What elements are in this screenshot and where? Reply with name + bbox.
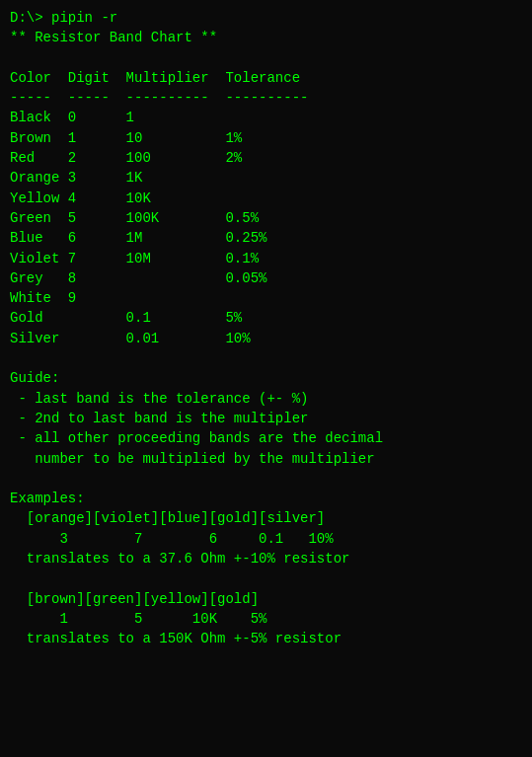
terminal-line: - last band is the tolerance (+- %) bbox=[10, 389, 522, 409]
terminal-output: D:\> pipin -r** Resistor Band Chart ** C… bbox=[10, 8, 522, 649]
terminal-line: Green 5 100K 0.5% bbox=[10, 208, 522, 228]
terminal-line: - 2nd to last band is the multipler bbox=[10, 409, 522, 428]
terminal-line: [brown][green][yellow][gold] bbox=[10, 589, 522, 609]
terminal-line: Black 0 1 bbox=[10, 108, 522, 127]
terminal-line: Yellow 4 10K bbox=[10, 189, 522, 208]
terminal-line: D:\> pipin -r bbox=[10, 8, 522, 28]
terminal-line: Silver 0.01 10% bbox=[10, 329, 522, 348]
terminal-line: White 9 bbox=[10, 288, 522, 308]
terminal-line: 3 7 6 0.1 10% bbox=[10, 529, 522, 549]
terminal-line bbox=[10, 568, 522, 588]
terminal-line: Blue 6 1M 0.25% bbox=[10, 228, 522, 248]
terminal-line: number to be multiplied by the multiplie… bbox=[10, 449, 522, 469]
terminal-line: - all other proceeding bands are the dec… bbox=[10, 428, 522, 448]
terminal-line: Color Digit Multiplier Tolerance bbox=[10, 68, 522, 88]
terminal-line bbox=[10, 48, 522, 68]
terminal-line: translates to a 37.6 Ohm +-10% resistor bbox=[10, 549, 522, 568]
terminal-line: ----- ----- ---------- ---------- bbox=[10, 88, 522, 108]
terminal-line: Gold 0.1 5% bbox=[10, 308, 522, 328]
terminal-line: Grey 8 0.05% bbox=[10, 268, 522, 288]
terminal-line: ** Resistor Band Chart ** bbox=[10, 28, 522, 47]
terminal-line: translates to a 150K Ohm +-5% resistor bbox=[10, 629, 522, 648]
terminal-line: Red 2 100 2% bbox=[10, 148, 522, 168]
terminal-line: Examples: bbox=[10, 489, 522, 508]
terminal-line: Violet 7 10M 0.1% bbox=[10, 249, 522, 268]
terminal-line: Brown 1 10 1% bbox=[10, 128, 522, 148]
terminal-line: Guide: bbox=[10, 368, 522, 388]
terminal-line: Orange 3 1K bbox=[10, 168, 522, 188]
terminal-line: [orange][violet][blue][gold][silver] bbox=[10, 508, 522, 528]
terminal-line bbox=[10, 348, 522, 368]
terminal-line: 1 5 10K 5% bbox=[10, 609, 522, 629]
terminal-line bbox=[10, 469, 522, 489]
